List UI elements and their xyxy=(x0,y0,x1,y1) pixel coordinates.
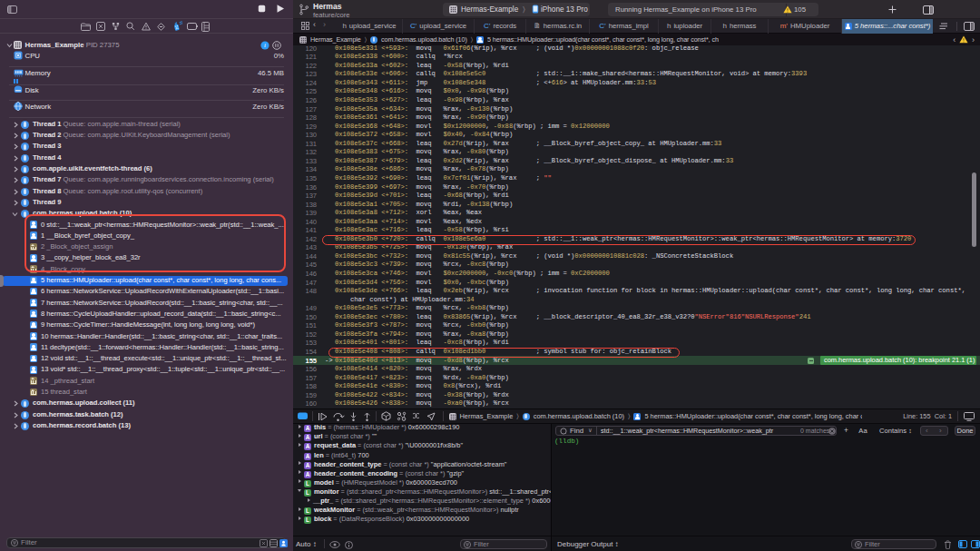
svg-text:i: i xyxy=(264,42,266,49)
